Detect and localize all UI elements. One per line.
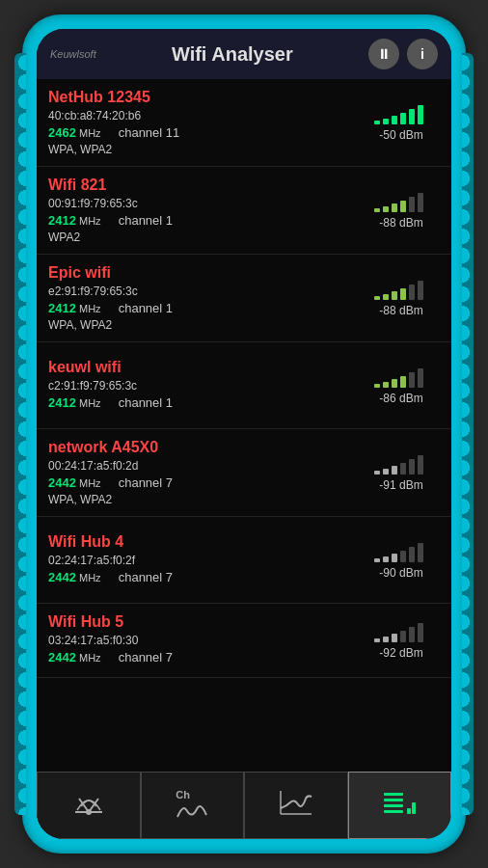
info-button[interactable]: i (407, 39, 438, 69)
network-freq: 2462 MHz channel 11 (48, 125, 363, 140)
list-icon (382, 789, 417, 822)
svg-rect-41 (418, 623, 423, 642)
svg-rect-0 (374, 121, 380, 124)
signal-dbm: -86 dBm (379, 392, 422, 405)
svg-rect-22 (409, 372, 415, 388)
network-mac: 40:cb:a8:74:20:b6 (48, 109, 363, 122)
network-mac: 00:24:17:a5:f0:2d (48, 459, 363, 473)
signal-dbm: -90 dBm (379, 566, 422, 580)
network-name: Wifi 821 (48, 176, 363, 194)
nav-list[interactable] (348, 772, 452, 839)
svg-rect-48 (384, 793, 403, 796)
signal-bars (374, 103, 428, 124)
svg-rect-15 (400, 288, 406, 300)
network-item[interactable]: network A45X0 00:24:17:a5:f0:2d 2442 MHz… (37, 429, 451, 517)
svg-rect-19 (383, 382, 389, 388)
app-title: Wifi Analyser (104, 43, 361, 66)
network-freq: 2442 MHz channel 7 (48, 570, 363, 584)
network-mac: c2:91:f9:79:65:3c (48, 379, 363, 393)
svg-rect-18 (374, 384, 380, 388)
svg-rect-38 (392, 634, 397, 642)
network-name: Wifi Hub 4 (48, 533, 363, 551)
network-name: network A45X0 (48, 439, 363, 456)
graph-icon (279, 789, 313, 822)
network-item[interactable]: keuwl wifi c2:91:f9:79:65:3c 2412 MHz ch… (37, 342, 451, 429)
network-name: NetHub 12345 (48, 89, 363, 106)
svg-rect-21 (400, 376, 406, 388)
signal-dbm: -50 dBm (379, 128, 422, 142)
network-item[interactable]: Wifi 821 00:91:f9:79:65:3c 2412 MHz chan… (37, 167, 451, 255)
network-name: Epic wifi (48, 264, 363, 282)
svg-rect-20 (392, 379, 397, 388)
svg-rect-24 (374, 471, 380, 475)
svg-rect-16 (409, 285, 415, 300)
network-security: WPA, WPA2 (48, 143, 363, 156)
network-mac: 00:91:f9:79:65:3c (48, 197, 363, 210)
nav-signal[interactable] (37, 772, 141, 839)
signal-meter-icon (71, 789, 106, 822)
signal-bars (374, 366, 428, 388)
svg-rect-30 (374, 558, 380, 562)
svg-rect-11 (418, 193, 423, 212)
network-item[interactable]: Wifi Hub 5 03:24:17:a5:f0:30 2442 MHz ch… (37, 604, 451, 678)
signal-area: -86 dBm (363, 366, 440, 405)
network-info: Epic wifi e2:91:f9:79:65:3c 2412 MHz cha… (48, 264, 363, 332)
nav-channel[interactable]: Ch (141, 772, 245, 839)
network-info: Wifi 821 00:91:f9:79:65:3c 2412 MHz chan… (48, 176, 363, 244)
signal-bars (374, 453, 428, 475)
signal-bars (374, 541, 428, 562)
network-item[interactable]: NetHub 12345 40:cb:a8:74:20:b6 2462 MHz … (37, 79, 451, 167)
svg-rect-33 (400, 551, 406, 562)
network-mac: 03:24:17:a5:f0:30 (48, 634, 363, 647)
app-header: Keuwlsoft Wifi Analyser ⏸ i (37, 29, 451, 79)
network-info: Wifi Hub 4 02:24:17:a5:f0:2f 2442 MHz ch… (48, 533, 363, 587)
brand-label: Keuwlsoft (50, 48, 96, 60)
svg-rect-12 (374, 296, 380, 300)
svg-rect-26 (392, 466, 397, 475)
bottom-navigation: Ch (37, 772, 451, 839)
nav-graph[interactable] (244, 772, 348, 839)
svg-rect-7 (383, 206, 389, 212)
signal-dbm: -88 dBm (379, 304, 422, 317)
network-name: Wifi Hub 5 (48, 613, 363, 631)
network-freq: 2442 MHz channel 7 (48, 475, 363, 490)
svg-rect-52 (407, 808, 411, 814)
svg-rect-50 (384, 804, 403, 807)
svg-rect-35 (418, 543, 423, 562)
signal-bars (374, 191, 428, 212)
network-security: WPA, WPA2 (48, 318, 363, 332)
svg-rect-34 (409, 547, 415, 562)
device-frame: Keuwlsoft Wifi Analyser ⏸ i NetHub 12345… (22, 14, 466, 854)
network-freq: 2412 MHz channel 1 (48, 395, 363, 410)
network-mac: e2:91:f9:79:65:3c (48, 285, 363, 298)
svg-rect-36 (374, 638, 380, 642)
svg-rect-14 (392, 291, 397, 300)
svg-rect-28 (409, 459, 415, 475)
svg-rect-2 (392, 116, 397, 124)
svg-rect-51 (384, 810, 403, 813)
network-item[interactable]: Epic wifi e2:91:f9:79:65:3c 2412 MHz cha… (37, 255, 451, 342)
svg-rect-13 (383, 294, 389, 300)
network-security: WPA, WPA2 (48, 493, 363, 506)
network-info: keuwl wifi c2:91:f9:79:65:3c 2412 MHz ch… (48, 359, 363, 413)
svg-rect-1 (383, 119, 389, 124)
network-info: Wifi Hub 5 03:24:17:a5:f0:30 2442 MHz ch… (48, 613, 363, 667)
network-mac: 02:24:17:a5:f0:2f (48, 554, 363, 567)
svg-rect-29 (418, 455, 423, 475)
channel-icon: Ch (176, 789, 208, 822)
svg-rect-27 (400, 463, 406, 475)
network-info: network A45X0 00:24:17:a5:f0:2d 2442 MHz… (48, 439, 363, 506)
svg-rect-9 (400, 201, 406, 212)
signal-area: -88 dBm (363, 279, 440, 317)
pause-button[interactable]: ⏸ (368, 39, 399, 69)
network-name: keuwl wifi (48, 359, 363, 376)
svg-rect-25 (383, 469, 389, 475)
network-freq: 2442 MHz channel 7 (48, 650, 363, 665)
svg-rect-39 (400, 631, 406, 642)
svg-rect-5 (418, 105, 423, 124)
signal-dbm: -88 dBm (379, 216, 422, 230)
network-info: NetHub 12345 40:cb:a8:74:20:b6 2462 MHz … (48, 89, 363, 156)
svg-rect-6 (374, 208, 380, 212)
network-item[interactable]: Wifi Hub 4 02:24:17:a5:f0:2f 2442 MHz ch… (37, 517, 451, 604)
svg-rect-37 (383, 637, 389, 642)
